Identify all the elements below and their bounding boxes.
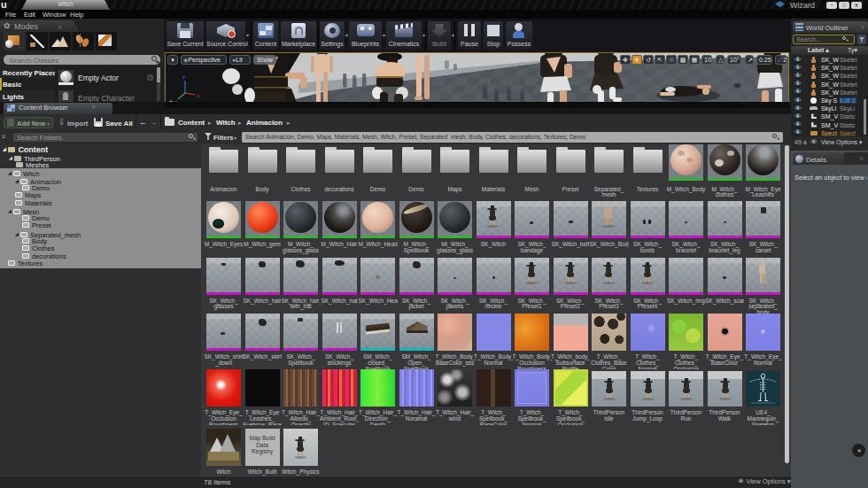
svg-text:z: z [182,74,185,80]
svg-text:x: x [197,93,199,98]
